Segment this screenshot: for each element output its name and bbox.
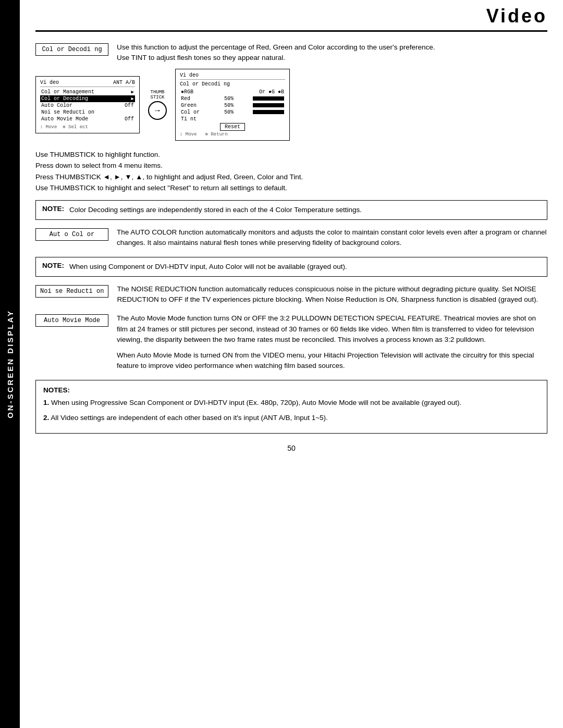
notes-label: NOTES: xyxy=(43,386,70,394)
osd-right-red-row: Red 50% xyxy=(180,95,285,102)
noise-reduction-section: Noi se Reducti on The NOISE REDUCTION fu… xyxy=(35,284,547,305)
notes-item1-text: When using Progressive Scan Component or… xyxy=(51,399,461,406)
notes-item1-num: 1. xyxy=(43,399,49,406)
page-title: Video xyxy=(486,5,547,27)
instructions-block: Use THUMBSTICK to highlight function. Pr… xyxy=(35,149,547,194)
auto-movie-mode-label: Auto Movie Mode xyxy=(35,314,108,327)
green-bar xyxy=(253,103,284,107)
osd-left-footer: ↕ Move ⊕ Sel ect xyxy=(40,124,135,130)
note-box-2: NOTE: When using Component or DVI-HDTV i… xyxy=(35,257,547,277)
color-bar xyxy=(253,110,284,114)
instruction-line4: Use THUMBSTICK to highlight and select "… xyxy=(35,182,547,194)
auto-movie-para2: When Auto Movie Mode is turned ON from t… xyxy=(117,350,547,372)
notes-section: NOTES: 1. When using Progressive Scan Co… xyxy=(35,380,547,434)
osd-left-title: Vi deo xyxy=(40,80,59,85)
instruction-line2: Press down to select from 4 menu items. xyxy=(35,160,547,171)
header: Video xyxy=(35,0,547,32)
color-decoding-label: Col or Decodi ng xyxy=(35,43,108,56)
osd-item-auto-color: Auto ColorOff xyxy=(40,102,135,109)
thumbstick-arrow: THUMBSTICK → xyxy=(148,90,167,120)
osd-right-title: Vi deo xyxy=(180,72,199,78)
auto-movie-mode-section: Auto Movie Mode The Auto Movie Mode func… xyxy=(35,313,547,371)
osd-menu-right: Vi deo Col or Decodi ng ●RGB Or ●G ●B Re… xyxy=(175,69,290,141)
thumbstick-label: THUMBSTICK xyxy=(150,90,164,100)
osd-menu-left: Vi deo ANT A/B Col or Management▶ Col or… xyxy=(35,76,140,133)
rgb-or: Or xyxy=(259,89,265,95)
notes-item-1: 1. When using Progressive Scan Component… xyxy=(43,397,540,409)
noise-reduction-row: Noi se Reducti on The NOISE REDUCTION fu… xyxy=(35,284,547,305)
notes-item2-num: 2. xyxy=(43,414,49,422)
color-decoding-row: Col or Decodi ng Use this function to ad… xyxy=(35,42,547,64)
red-bar xyxy=(253,96,284,101)
sidebar: ON-SCREEN DISPLAY xyxy=(0,0,20,728)
rgb-ob: ●B xyxy=(278,89,284,95)
notes-item-2: 2. All Video settings are independent of… xyxy=(43,412,540,424)
osd-menu-right-header: Vi deo xyxy=(180,72,285,80)
arrow-circle: → xyxy=(148,101,167,120)
osd-reset-button: Reset xyxy=(180,124,285,130)
noise-reduction-label: Noi se Reducti on xyxy=(35,285,108,298)
instruction-line3: Press THUMBSTICK ◄, ►, ▼, ▲, to highligh… xyxy=(35,171,547,183)
instruction-line1: Use THUMBSTICK to highlight function. xyxy=(35,149,547,161)
auto-movie-mode-row: Auto Movie Mode The Auto Movie Mode func… xyxy=(35,313,547,371)
sidebar-label: ON-SCREEN DISPLAY xyxy=(6,310,15,418)
notes-item2-text: All Video settings are independent of ea… xyxy=(51,414,328,422)
note2-label: NOTE: xyxy=(42,262,64,269)
osd-item-color-management: Col or Management▶ xyxy=(40,89,135,95)
osd-right-footer: ↕ Move ⊕ Return xyxy=(180,131,285,137)
diagram-area: Vi deo ANT A/B Col or Management▶ Col or… xyxy=(35,69,547,141)
note-box-1: NOTE: Color Decoding settings are indepe… xyxy=(35,200,547,220)
osd-right-tint-row: Ti nt xyxy=(180,116,285,122)
main-content: Video Col or Decodi ng Use this function… xyxy=(20,0,563,473)
osd-right-rgb-row: ●RGB Or ●G ●B xyxy=(180,89,285,95)
noise-reduction-description: The NOISE REDUCTION function automatical… xyxy=(117,284,547,305)
rgb-og: ●G xyxy=(268,89,275,95)
osd-item-noise-reduction: Noi se Reducti on xyxy=(40,109,135,116)
osd-menu-left-header: Vi deo ANT A/B xyxy=(40,80,135,87)
osd-item-auto-movie: Auto Movie ModeOff xyxy=(40,116,135,122)
note2-text: When using Component or DVI-HDTV input, … xyxy=(69,262,347,272)
auto-color-section: Aut o Col or The AUTO COLOR function aut… xyxy=(35,227,547,249)
auto-color-row: Aut o Col or The AUTO COLOR function aut… xyxy=(35,227,547,249)
note1-text: Color Decoding settings are independentl… xyxy=(69,205,362,215)
color-decoding-section: Col or Decodi ng Use this function to ad… xyxy=(35,42,547,141)
auto-color-description: The AUTO COLOR function automatically mo… xyxy=(117,227,547,249)
auto-movie-mode-description: The Auto Movie Mode function turns ON or… xyxy=(117,313,547,371)
osd-item-color-decoding: Col or Decoding▶ xyxy=(40,95,135,102)
osd-right-color-row: Col or 50% xyxy=(180,109,285,116)
auto-color-label: Aut o Col or xyxy=(35,228,108,241)
color-decoding-description: Use this function to adjust the percenta… xyxy=(117,42,547,64)
osd-left-ant: ANT A/B xyxy=(113,80,135,85)
note1-label: NOTE: xyxy=(42,205,64,213)
page-number: 50 xyxy=(35,444,547,452)
osd-right-submenu: Col or Decodi ng xyxy=(180,81,285,87)
auto-movie-para1: The Auto Movie Mode function turns ON or… xyxy=(117,313,547,345)
osd-right-green-row: Green 50% xyxy=(180,102,285,109)
notes-list: 1. When using Progressive Scan Component… xyxy=(43,397,540,424)
